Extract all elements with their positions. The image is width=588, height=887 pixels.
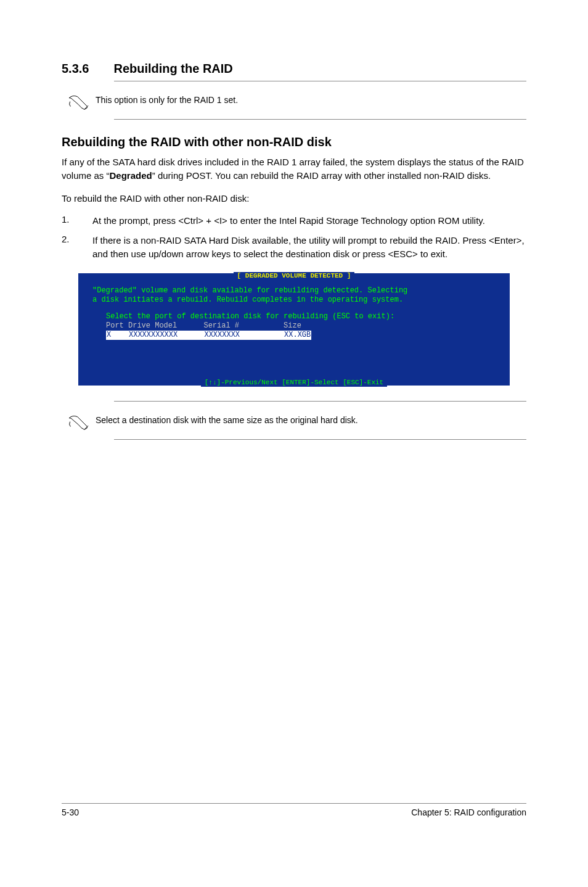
- paragraph-1-bold: Degraded: [110, 170, 152, 181]
- page-footer: 5-30 Chapter 5: RAID configuration: [62, 803, 526, 817]
- note-text-2: Select a destination disk with the same …: [96, 411, 358, 427]
- terminal-row-wrap: X XXXXXXXXXXX XXXXXXXX XX.XGB: [106, 331, 496, 340]
- separator-line-thin-3: [114, 439, 526, 440]
- terminal-footer-label: [↑↓]-Previous/Next [ENTER]-Select [ESC]-…: [201, 379, 387, 387]
- section-heading-row: 5.3.6 Rebuilding the RAID: [62, 62, 526, 76]
- separator-line-thin-2: [114, 401, 526, 402]
- step-2: 2. If there is a non-RAID SATA Hard Disk…: [62, 234, 526, 261]
- paragraph-1-part2: ” during POST. You can rebuild the RAID …: [152, 170, 491, 181]
- terminal-blank: [92, 340, 496, 356]
- terminal-msg-line2: a disk initiates a rebuild. Rebuild comp…: [92, 295, 496, 305]
- step-2-text: If there is a non-RAID SATA Hard Disk av…: [92, 234, 526, 261]
- section-title: Rebuilding the RAID: [113, 62, 232, 76]
- spacer: [92, 305, 496, 312]
- note-block-2: Select a destination disk with the same …: [62, 411, 526, 433]
- note-text-1: This option is only for the RAID 1 set.: [96, 91, 238, 107]
- terminal-blank: [92, 356, 496, 372]
- terminal-instruct: Select the port of destination disk for …: [106, 312, 496, 321]
- paragraph-2: To rebuild the RAID with other non-RAID …: [62, 192, 526, 205]
- pen-note-icon: [62, 91, 96, 113]
- subsection-title: Rebuilding the RAID with other non-RAID …: [62, 135, 526, 149]
- terminal-screenshot: [ DEGRADED VOLUME DETECTED ] "Degraded" …: [78, 273, 510, 386]
- terminal-col-headers: Port Drive Model Serial # Size: [106, 321, 496, 331]
- section-number: 5.3.6: [62, 62, 89, 76]
- terminal-header-wrap: [ DEGRADED VOLUME DETECTED ]: [83, 271, 505, 280]
- paragraph-1: If any of the SATA hard disk drives incl…: [62, 155, 526, 183]
- step-1-text: At the prompt, press <Ctrl> + <I> to ent…: [92, 214, 485, 228]
- terminal-msg-line1: "Degraded" volume and disk available for…: [92, 286, 496, 295]
- page-content: 5.3.6 Rebuilding the RAID This option is…: [0, 0, 588, 851]
- chapter-label: Chapter 5: RAID configuration: [411, 807, 526, 817]
- terminal-body: "Degraded" volume and disk available for…: [83, 284, 505, 376]
- step-1-number: 1.: [62, 214, 92, 228]
- separator-line-thin: [114, 119, 526, 120]
- terminal-inner: Select the port of destination disk for …: [92, 312, 496, 340]
- terminal-header-label: [ DEGRADED VOLUME DETECTED ]: [234, 272, 355, 281]
- terminal-footer-wrap: [↑↓]-Previous/Next [ENTER]-Select [ESC]-…: [83, 378, 505, 387]
- step-1: 1. At the prompt, press <Ctrl> + <I> to …: [62, 214, 526, 228]
- steps-list: 1. At the prompt, press <Ctrl> + <I> to …: [62, 214, 526, 260]
- pen-note-icon: [62, 411, 96, 433]
- note-block-1: This option is only for the RAID 1 set.: [62, 91, 526, 113]
- separator-line: [114, 81, 526, 81]
- step-2-number: 2.: [62, 234, 92, 261]
- terminal-highlighted-row: X XXXXXXXXXXX XXXXXXXX XX.XGB: [106, 331, 311, 340]
- page-number: 5-30: [62, 807, 79, 817]
